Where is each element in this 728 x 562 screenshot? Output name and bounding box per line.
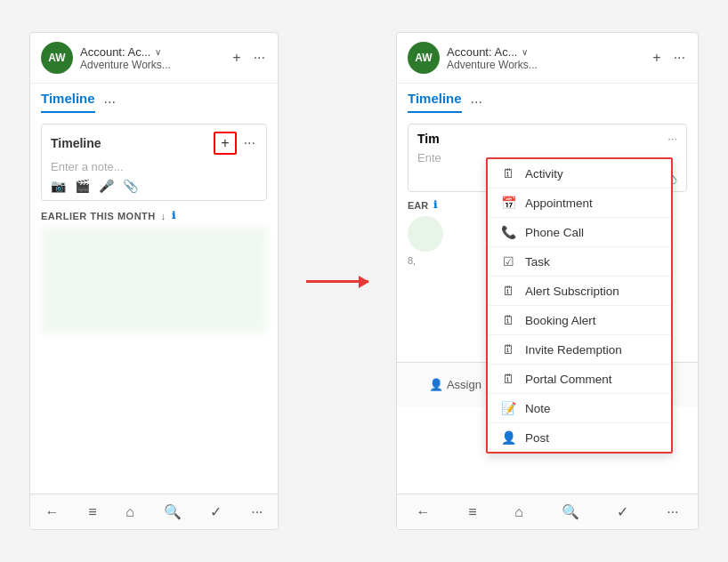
right-info-icon[interactable]: ℹ [433,199,437,211]
more-options-button[interactable]: ··· [252,48,267,68]
note-icon: 📝 [500,401,516,415]
right-account-text: Account: Ac... [447,45,518,59]
attachment-icon[interactable]: 📎 [123,179,138,193]
header-info: Account: Ac... ∨ Adventure Works... [80,45,223,71]
timeline-more-button[interactable]: ··· [242,133,257,153]
appointment-label: Appointment [525,197,593,210]
portal-comment-label: Portal Comment [525,373,612,386]
account-label: Account: Ac... ∨ [80,45,223,59]
dropdown-item-post[interactable]: 👤 Post [488,423,671,452]
camera-icon[interactable]: 📷 [51,179,66,193]
dropdown-item-task[interactable]: ☑ Task [488,247,671,277]
phone-call-icon: 📞 [500,225,516,239]
phone-call-label: Phone Call [525,226,584,239]
invite-redemption-label: Invite Redemption [525,343,622,357]
dropdown-item-invite-redemption[interactable]: 🗓 Invite Redemption [488,335,671,365]
earlier-label: EARLIER THIS MONTH ↓ ℹ [41,210,267,221]
left-tabs: Timeline ··· [30,84,278,115]
dropdown-item-note[interactable]: 📝 Note [488,394,671,423]
tab-timeline[interactable]: Timeline [41,91,95,113]
left-bottom-nav: ← ≡ ⌂ 🔍 ✓ ··· [30,494,278,529]
sort-icon[interactable]: ↓ [161,211,166,221]
booking-alert-icon: 🗓 [500,313,516,327]
right-avatar: AW [408,42,440,74]
left-panel: AW Account: Ac... ∨ Adventure Works... +… [29,32,279,530]
avatar: AW [41,42,73,74]
right-add-button[interactable]: + [651,48,662,68]
note-placeholder: Enter a note... [51,160,257,173]
earlier-text: EARLIER THIS MONTH [41,211,156,221]
search-nav-icon[interactable]: 🔍 [164,503,182,520]
right-account-sub: Adventure Works... [447,59,643,71]
header-actions: + ··· [231,48,267,68]
right-timeline-box-header: Tim ··· [417,132,677,146]
note-action-icons: 📷 🎬 🎤 📎 [51,179,257,193]
right-tab-timeline[interactable]: Timeline [408,91,462,113]
right-chevron-icon[interactable]: ∨ [522,47,528,57]
add-button[interactable]: + [231,48,242,68]
note-label: Note [525,402,551,415]
task-icon: ☑ [500,254,516,269]
dropdown-item-alert-subscription[interactable]: 🗓 Alert Subscription [488,277,671,306]
right-account-label: Account: Ac... ∨ [447,45,643,59]
right-tabs: Timeline ··· [397,84,698,115]
dropdown-item-portal-comment[interactable]: 🗓 Portal Comment [488,365,671,394]
right-more-nav-icon[interactable]: ··· [667,504,678,520]
assign-icon: 👤 [429,378,443,391]
blurred-activity [41,227,267,333]
appointment-icon: 📅 [500,196,516,210]
right-header-info: Account: Ac... ∨ Adventure Works... [447,45,643,71]
mic-icon[interactable]: 🎤 [99,179,114,193]
task-label: Task [525,255,550,269]
right-header: AW Account: Ac... ∨ Adventure Works... +… [397,33,698,84]
post-label: Post [525,431,549,445]
add-activity-button[interactable]: + [214,132,236,155]
right-earlier-text: EAR [408,200,428,211]
dropdown-item-booking-alert[interactable]: 🗓 Booking Alert [488,306,671,335]
tab-more-icon[interactable]: ··· [102,92,117,112]
right-menu-nav-icon[interactable]: ≡ [468,504,476,520]
right-header-actions: + ··· [651,48,687,68]
back-nav-icon[interactable]: ← [44,504,59,520]
flow-arrow [306,280,368,283]
dropdown-item-phone-call[interactable]: 📞 Phone Call [488,218,671,247]
activity-icon: 🗓 [500,166,516,181]
alert-subscription-icon: 🗓 [500,284,516,298]
chevron-down-icon[interactable]: ∨ [155,47,161,57]
alert-subscription-label: Alert Subscription [525,285,619,298]
arrow-container [302,280,373,283]
activity-dropdown-menu: 🗓 Activity 📅 Appointment 📞 Phone Call ☑ … [486,157,673,454]
info-icon[interactable]: ℹ [172,210,176,221]
account-text: Account: Ac... [80,45,151,59]
menu-nav-icon[interactable]: ≡ [88,504,96,520]
more-nav-icon[interactable]: ··· [251,504,263,520]
right-timeline-dots: ··· [667,132,677,146]
right-panel: AW Account: Ac... ∨ Adventure Works... +… [396,32,699,530]
assign-button[interactable]: 👤 Assign [422,374,489,395]
invite-redemption-icon: 🗓 [500,342,516,357]
right-more-button[interactable]: ··· [672,48,687,68]
dropdown-item-appointment[interactable]: 📅 Appointment [488,189,671,218]
timeline-section: Timeline + ··· Enter a note... 📷 🎬 🎤 📎 E… [30,115,278,342]
video-icon[interactable]: 🎬 [75,179,90,193]
home-nav-icon[interactable]: ⌂ [125,504,134,520]
right-blurred-avatar [408,216,443,252]
scene: AW Account: Ac... ∨ Adventure Works... +… [0,0,728,562]
right-tab-more-icon[interactable]: ··· [469,92,484,112]
timeline-box-title: Timeline [51,136,101,150]
booking-alert-label: Booking Alert [525,314,596,327]
post-icon: 👤 [500,430,516,445]
timeline-box: Timeline + ··· Enter a note... 📷 🎬 🎤 📎 [41,124,267,201]
account-sub: Adventure Works... [80,59,223,71]
task-nav-icon[interactable]: ✓ [210,503,222,520]
portal-comment-icon: 🗓 [500,372,516,386]
right-timeline-partial: Tim [417,132,440,146]
left-header: AW Account: Ac... ∨ Adventure Works... +… [30,33,278,84]
right-task-nav-icon[interactable]: ✓ [617,503,628,520]
timeline-box-header: Timeline + ··· [51,132,257,155]
dropdown-item-activity[interactable]: 🗓 Activity [488,159,671,189]
right-back-nav-icon[interactable]: ← [416,504,430,520]
right-home-nav-icon[interactable]: ⌂ [514,504,523,520]
activity-label: Activity [525,167,563,181]
right-search-nav-icon[interactable]: 🔍 [562,503,579,520]
